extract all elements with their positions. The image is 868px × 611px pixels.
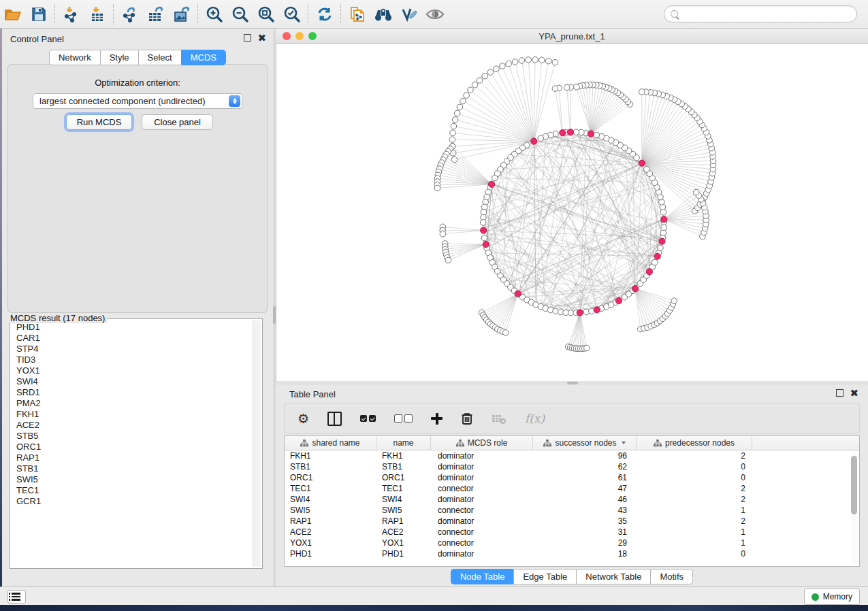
table-cell: FKH1 — [285, 451, 376, 461]
network-window-titlebar: YPA_prune.txt_1 — [276, 29, 868, 44]
table-cell: 1 — [637, 527, 752, 537]
toolbar-separator — [340, 4, 342, 24]
save-session-button[interactable] — [26, 2, 52, 27]
mcds-result-item[interactable]: PHD1 — [16, 322, 253, 333]
mcds-result-item[interactable]: SWI5 — [16, 474, 253, 485]
mcds-result-item[interactable]: STP4 — [16, 344, 253, 354]
table-row[interactable]: ORC1ORC1dominator610 — [285, 472, 859, 483]
column-header-name[interactable]: name — [376, 436, 431, 450]
search-box[interactable] — [664, 5, 857, 22]
deselect-all-button[interactable] — [394, 414, 413, 423]
mcds-result-item[interactable]: TID3 — [16, 354, 253, 365]
table-cell: TEC1 — [376, 484, 431, 493]
table-cell: SWI5 — [376, 506, 431, 515]
export-table-icon — [146, 5, 165, 23]
tab-style[interactable]: Style — [100, 50, 138, 65]
delete-columns-button[interactable] — [461, 412, 473, 425]
tab-network-table[interactable]: Network Table — [576, 569, 650, 584]
table-row[interactable]: FKH1FKH1dominator962 — [285, 450, 859, 461]
node-table[interactable]: shared namenameMCDS rolesuccessor nodesp… — [284, 435, 860, 567]
close-panel-button[interactable]: Close panel — [142, 114, 213, 130]
float-panel-icon[interactable] — [244, 34, 251, 42]
memory-status-icon — [811, 593, 819, 601]
task-history-button[interactable] — [7, 590, 26, 604]
scrollbar-thumb[interactable] — [851, 456, 857, 514]
table-scrollbar[interactable] — [851, 453, 857, 563]
tab-select[interactable]: Select — [138, 50, 181, 65]
mcds-result-item[interactable]: FKH1 — [16, 409, 253, 420]
apply-layout-button[interactable] — [312, 2, 338, 27]
table-cell: 29 — [533, 538, 637, 548]
mcds-result-item[interactable]: ORC1 — [16, 442, 253, 452]
zoom-selected-button[interactable] — [279, 2, 305, 27]
table-row[interactable]: TEC1TEC1connector472 — [285, 483, 859, 494]
column-header-shared-name[interactable]: shared name — [285, 436, 376, 450]
new-network-from-selection-button[interactable] — [344, 2, 370, 27]
mcds-result-item[interactable]: SRD1 — [16, 387, 253, 398]
gear-icon: ⚙ — [298, 411, 309, 426]
toggle-graphics-details-button[interactable] — [396, 2, 422, 27]
mcds-result-item[interactable]: CAR1 — [16, 333, 253, 344]
mcds-result-item[interactable]: TEC1 — [16, 485, 253, 496]
export-table-button[interactable] — [143, 2, 169, 27]
mcds-result-item[interactable]: RAP1 — [16, 452, 253, 463]
table-row[interactable]: YOX1YOX1connector291 — [285, 538, 859, 548]
column-header-successor-nodes[interactable]: successor nodes — [533, 436, 637, 450]
table-cell: dominator — [431, 516, 533, 526]
export-network-button[interactable] — [117, 2, 143, 27]
show-hide-columns-button[interactable] — [327, 412, 342, 426]
show-graphics-details-button[interactable] — [422, 2, 448, 27]
criterion-select[interactable]: largest connected component (undirected) — [33, 93, 242, 109]
export-image-button[interactable] — [169, 2, 195, 27]
select-all-button[interactable] — [360, 415, 376, 422]
table-row[interactable]: ACE2ACE2connector311 — [285, 527, 859, 538]
splitter-handle[interactable] — [567, 382, 578, 384]
zoom-out-button[interactable] — [227, 2, 253, 27]
table-row[interactable]: RAP1RAP1dominator352 — [285, 516, 859, 527]
table-cell: 0 — [637, 462, 752, 472]
zoom-selected-icon — [283, 5, 301, 23]
open-session-button[interactable] — [0, 2, 26, 27]
mcds-result-item[interactable]: STB1 — [16, 463, 253, 474]
mcds-result-item[interactable]: SWI4 — [16, 376, 253, 387]
table-cell: dominator — [431, 549, 533, 559]
table-panel-title: Table Panel — [289, 389, 336, 399]
tab-motifs[interactable]: Motifs — [650, 569, 693, 584]
run-mcds-button[interactable]: Run MCDS — [66, 114, 132, 130]
column-header-MCDS-role[interactable]: MCDS role — [431, 436, 533, 450]
search-input[interactable] — [678, 8, 856, 20]
close-panel-icon[interactable]: ✖ — [850, 390, 858, 396]
memory-button[interactable]: Memory — [804, 589, 860, 605]
network-graph[interactable] — [276, 44, 868, 381]
zoom-in-button[interactable] — [202, 2, 227, 27]
table-row[interactable]: PHD1PHD1dominator180 — [285, 548, 859, 559]
mcds-result-item[interactable]: GCR1 — [16, 496, 253, 507]
tab-network[interactable]: Network — [49, 50, 100, 65]
import-table-button[interactable] — [84, 2, 110, 27]
tab-mcds[interactable]: MCDS — [181, 50, 226, 65]
result-scrollbar[interactable] — [253, 320, 261, 567]
float-panel-icon[interactable] — [836, 389, 843, 397]
network-view-canvas[interactable] — [276, 44, 868, 381]
import-network-button[interactable] — [59, 2, 84, 27]
tab-edge-table[interactable]: Edge Table — [513, 569, 576, 584]
plus-icon — [431, 413, 443, 425]
column-type-icon — [300, 440, 308, 447]
zoom-fit-button[interactable] — [253, 2, 279, 27]
table-cell: 18 — [533, 549, 637, 559]
table-cell: SWI4 — [376, 495, 431, 504]
close-panel-icon[interactable]: ✖ — [257, 35, 266, 41]
table-row[interactable]: STB1STB1dominator620 — [285, 461, 859, 472]
column-header-predecessor-nodes[interactable]: predecessor nodes — [637, 436, 752, 450]
mcds-result-list[interactable]: PHD1CAR1STP4TID3YOX1SWI4SRD1PMA2FKH1ACE2… — [12, 320, 253, 567]
mcds-result-item[interactable]: ACE2 — [16, 420, 253, 431]
table-row[interactable]: SWI5SWI5connector431 — [285, 505, 859, 516]
create-new-column-button[interactable] — [431, 413, 443, 425]
mcds-result-item[interactable]: YOX1 — [16, 365, 253, 376]
table-settings-button[interactable]: ⚙ — [298, 411, 309, 426]
mcds-result-item[interactable]: PMA2 — [16, 398, 253, 409]
table-row[interactable]: SWI4SWI4dominator462 — [285, 494, 859, 505]
mcds-result-item[interactable]: STB5 — [16, 431, 253, 442]
tab-node-table[interactable]: Node Table — [451, 569, 514, 584]
first-neighbors-button[interactable] — [370, 2, 396, 27]
